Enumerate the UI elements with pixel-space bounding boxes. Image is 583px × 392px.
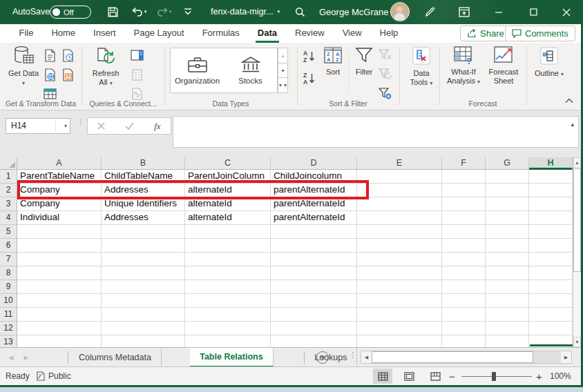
row-header-12[interactable]: 12 (0, 322, 17, 335)
cell-A3[interactable]: Company (17, 197, 102, 211)
cell-H1[interactable] (529, 170, 573, 184)
tab-bar-drag-handle[interactable]: ⋮ (349, 353, 356, 357)
search-button[interactable] (293, 5, 307, 19)
sensitivity-label[interactable]: Public (36, 367, 71, 385)
properties-button[interactable] (128, 66, 145, 83)
cell-C2[interactable]: alternateId (185, 184, 271, 197)
row-header-2[interactable]: 2 (0, 184, 17, 197)
cell-C9[interactable] (185, 280, 271, 294)
cell-H2[interactable] (529, 184, 573, 197)
tab-data[interactable]: Data (249, 24, 286, 43)
document-title[interactable]: fenx-data-migr... ▾ (207, 5, 283, 19)
row-header-6[interactable]: 6 (0, 239, 17, 253)
cell-B13[interactable] (102, 335, 185, 347)
cell-F1[interactable] (442, 170, 486, 184)
row-header-3[interactable]: 3 (0, 197, 17, 211)
cell-D5[interactable] (271, 225, 357, 239)
save-button[interactable] (106, 5, 120, 19)
sheet-tab-columns-metadata[interactable]: Columns Metadata (69, 348, 162, 367)
from-web-button[interactable] (41, 66, 58, 83)
cell-A9[interactable] (17, 280, 102, 294)
formula-bar-expand-icon[interactable]: ▴ (571, 121, 574, 128)
cell-F8[interactable] (442, 266, 486, 280)
cell-C5[interactable] (185, 225, 271, 239)
cell-E12[interactable] (357, 322, 442, 335)
row-header-1[interactable]: 1 (0, 170, 17, 184)
ribbon-display-options-button[interactable] (455, 5, 474, 19)
cell-E10[interactable] (357, 294, 442, 308)
forecast-sheet-button[interactable]: Forecast Sheet (485, 46, 522, 86)
cell-C11[interactable] (185, 308, 271, 322)
get-data-button[interactable]: Get Data ▾ (7, 46, 40, 88)
sort-za-button[interactable]: ZA (301, 70, 318, 87)
vertical-scroll-thumb[interactable] (573, 168, 581, 272)
column-header-f[interactable]: F (442, 157, 486, 170)
name-box-dropdown-icon[interactable]: ▾ (64, 119, 67, 133)
cell-G6[interactable] (486, 239, 529, 253)
tab-help[interactable]: Help (371, 24, 408, 43)
row-header-4[interactable]: 4 (0, 211, 17, 225)
cell-H4[interactable] (529, 211, 573, 225)
cell-E2[interactable] (357, 184, 442, 197)
zoom-slider-thumb[interactable] (492, 372, 496, 381)
formula-bar-drag-handle[interactable]: ⋮ (77, 121, 84, 124)
sheet-tab-table-relations[interactable]: Table Relations (190, 348, 273, 367)
normal-view-button[interactable] (373, 369, 392, 384)
cell-F9[interactable] (442, 280, 486, 294)
cell-A5[interactable] (17, 225, 102, 239)
cell-E1[interactable] (357, 170, 442, 184)
tab-page-layout[interactable]: Page Layout (125, 24, 193, 43)
cell-B4[interactable]: Addresses (102, 211, 185, 225)
row-header-5[interactable]: 5 (0, 225, 17, 239)
cell-G1[interactable] (486, 170, 529, 184)
cell-A10[interactable] (17, 294, 102, 308)
cell-C7[interactable] (185, 253, 271, 266)
column-header-h[interactable]: H (529, 157, 573, 170)
cancel-icon[interactable] (97, 122, 105, 130)
cell-D12[interactable] (271, 322, 357, 335)
cell-B1[interactable]: ChildTableName (102, 170, 185, 184)
insert-function-button[interactable]: fx (154, 121, 160, 132)
cell-E5[interactable] (357, 225, 442, 239)
cell-G8[interactable] (486, 266, 529, 280)
reapply-filter-button[interactable] (377, 66, 394, 83)
cell-D3[interactable]: parentAlternateId (271, 197, 357, 211)
cell-H9[interactable] (529, 280, 573, 294)
from-text-csv-button[interactable] (41, 47, 58, 63)
cell-D9[interactable] (271, 280, 357, 294)
cell-E9[interactable] (357, 280, 442, 294)
cell-E13[interactable] (357, 335, 442, 347)
cell-D2[interactable]: parentAlternateId (271, 184, 357, 197)
cell-A7[interactable] (17, 253, 102, 266)
row-header-11[interactable]: 11 (0, 308, 17, 322)
cell-G2[interactable] (486, 184, 529, 197)
scroll-up-button[interactable]: ▲ (573, 157, 581, 168)
tab-review[interactable]: Review (286, 24, 334, 43)
column-header-c[interactable]: C (185, 157, 271, 170)
column-header-a[interactable]: A (17, 157, 102, 170)
refresh-all-button[interactable]: Refresh All ▾ (88, 46, 123, 88)
stocks-data-type[interactable]: Stocks (224, 48, 277, 92)
cell-H7[interactable] (529, 253, 573, 266)
column-header-b[interactable]: B (102, 157, 185, 170)
cell-B2[interactable]: Addresses (102, 184, 185, 197)
zoom-in-button[interactable]: + (536, 367, 542, 385)
cell-A11[interactable] (17, 308, 102, 322)
cell-H10[interactable] (529, 294, 573, 308)
cell-D1[interactable]: ChildJoincolumn (271, 170, 357, 184)
cell-G12[interactable] (486, 322, 529, 335)
cell-D4[interactable]: parentAlternateId (271, 211, 357, 225)
scroll-right-button[interactable]: ▶ (561, 351, 571, 363)
horizontal-scroll-thumb[interactable] (372, 351, 533, 363)
next-sheet-button[interactable]: ▶ (19, 348, 33, 367)
cell-H8[interactable] (529, 266, 573, 280)
cell-G9[interactable] (486, 280, 529, 294)
cell-C13[interactable] (185, 335, 271, 347)
cell-B10[interactable] (102, 294, 185, 308)
cell-C6[interactable] (185, 239, 271, 253)
cell-B11[interactable] (102, 308, 185, 322)
column-header-d[interactable]: D (271, 157, 357, 170)
cell-G5[interactable] (486, 225, 529, 239)
autosave-toggle[interactable]: Off (50, 6, 91, 19)
user-avatar[interactable] (390, 2, 410, 21)
